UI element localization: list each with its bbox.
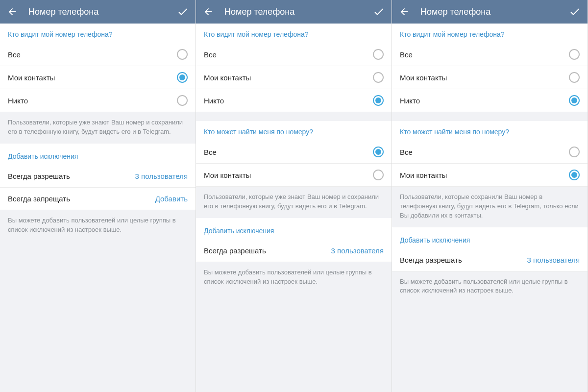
option-find-all[interactable]: Все — [196, 141, 392, 164]
exception-label: Всегда разрешать — [204, 246, 266, 255]
option-find-all[interactable]: Все — [392, 141, 588, 164]
section-who-sees: Кто видит мой номер телефона? — [0, 24, 196, 43]
exception-value: 3 пользователя — [331, 246, 384, 255]
option-my-contacts[interactable]: Мои контакты — [0, 66, 196, 89]
option-my-contacts[interactable]: Мои контакты — [196, 66, 392, 89]
option-my-contacts[interactable]: Мои контакты — [392, 66, 588, 89]
spacer — [392, 112, 588, 121]
radio-checked-icon — [177, 72, 188, 83]
header-bar: Номер телефона — [0, 0, 196, 24]
section-exceptions: Добавить исключения — [392, 227, 588, 249]
exception-always-allow[interactable]: Всегда разрешать 3 пользователя — [196, 240, 392, 262]
section-who-sees: Кто видит мой номер телефона? — [392, 24, 588, 43]
page-title: Номер телефона — [420, 7, 569, 17]
exception-label: Всегда разрешать — [400, 256, 462, 264]
info-text: Вы можете добавить пользователей или цел… — [196, 262, 392, 294]
option-label: Мои контакты — [400, 171, 447, 179]
radio-unchecked-icon — [373, 72, 384, 83]
radio-unchecked-icon — [177, 95, 188, 106]
info-text: Вы можете добавить пользователей или цел… — [392, 271, 588, 303]
settings-pane-3: Номер телефона Кто видит мой номер телеф… — [392, 0, 588, 392]
settings-pane-1: Номер телефона Кто видит мой номер телеф… — [0, 0, 196, 392]
option-label: Все — [400, 50, 413, 59]
exception-always-deny[interactable]: Всегда запрещать Добавить — [0, 188, 196, 210]
option-all[interactable]: Все — [196, 43, 392, 66]
option-label: Мои контакты — [204, 171, 251, 179]
radio-checked-icon — [569, 95, 580, 106]
check-icon[interactable] — [177, 6, 189, 18]
info-text: Пользователи, которые уже знают Ваш номе… — [0, 112, 196, 144]
option-label: Мои контакты — [8, 74, 55, 82]
radio-checked-icon — [569, 170, 580, 180]
option-label: Никто — [204, 97, 224, 105]
exception-always-allow[interactable]: Всегда разрешать 3 пользователя — [0, 165, 196, 188]
option-label: Никто — [400, 97, 420, 105]
radio-unchecked-icon — [569, 147, 580, 157]
radio-unchecked-icon — [569, 49, 580, 60]
option-label: Мои контакты — [204, 74, 251, 82]
check-icon[interactable] — [373, 6, 385, 18]
content-area: Кто видит мой номер телефона? Все Мои ко… — [0, 24, 196, 392]
header-bar: Номер телефона — [392, 0, 588, 24]
radio-checked-icon — [373, 95, 384, 106]
radio-unchecked-icon — [373, 49, 384, 60]
section-who-sees: Кто видит мой номер телефона? — [196, 24, 392, 43]
option-find-my-contacts[interactable]: Мои контакты — [196, 164, 392, 187]
option-find-my-contacts[interactable]: Мои контакты — [392, 164, 588, 187]
content-area: Кто видит мой номер телефона? Все Мои ко… — [392, 24, 588, 392]
exception-label: Всегда запрещать — [8, 195, 70, 203]
option-all[interactable]: Все — [392, 43, 588, 66]
info-text: Пользователи, которые сохранили Ваш номе… — [392, 187, 588, 227]
back-icon[interactable] — [399, 6, 410, 17]
option-nobody[interactable]: Никто — [0, 89, 196, 112]
exception-label: Всегда разрешать — [8, 172, 70, 180]
option-label: Все — [204, 50, 217, 59]
radio-checked-icon — [373, 147, 384, 157]
option-label: Никто — [8, 97, 28, 105]
settings-pane-2: Номер телефона Кто видит мой номер телеф… — [196, 0, 392, 392]
option-all[interactable]: Все — [0, 43, 196, 66]
option-nobody[interactable]: Никто — [392, 89, 588, 112]
page-title: Номер телефона — [224, 7, 373, 17]
exception-value: 3 пользователя — [135, 172, 188, 180]
check-icon[interactable] — [569, 6, 581, 18]
section-exceptions: Добавить исключения — [0, 144, 196, 165]
option-nobody[interactable]: Никто — [196, 89, 392, 112]
info-text: Вы можете добавить пользователей или цел… — [0, 210, 196, 242]
section-who-finds: Кто может найти меня по номеру? — [392, 121, 588, 141]
option-label: Все — [8, 50, 21, 59]
option-label: Мои контакты — [400, 74, 447, 82]
spacer — [196, 112, 392, 121]
section-exceptions: Добавить исключения — [196, 218, 392, 240]
section-who-finds: Кто может найти меня по номеру? — [196, 121, 392, 141]
exception-always-allow[interactable]: Всегда разрешать 3 пользователя — [392, 249, 588, 271]
exception-value: Добавить — [155, 195, 188, 203]
option-label: Все — [204, 148, 217, 156]
radio-unchecked-icon — [177, 49, 188, 60]
info-text: Пользователи, которые уже знают Ваш номе… — [196, 187, 392, 218]
content-area: Кто видит мой номер телефона? Все Мои ко… — [196, 24, 392, 392]
exception-value: 3 пользователя — [527, 256, 580, 264]
radio-unchecked-icon — [569, 72, 580, 83]
back-icon[interactable] — [7, 6, 18, 17]
header-bar: Номер телефона — [196, 0, 392, 24]
option-label: Все — [400, 148, 413, 156]
back-icon[interactable] — [203, 6, 214, 17]
page-title: Номер телефона — [28, 7, 177, 17]
radio-unchecked-icon — [373, 170, 384, 180]
